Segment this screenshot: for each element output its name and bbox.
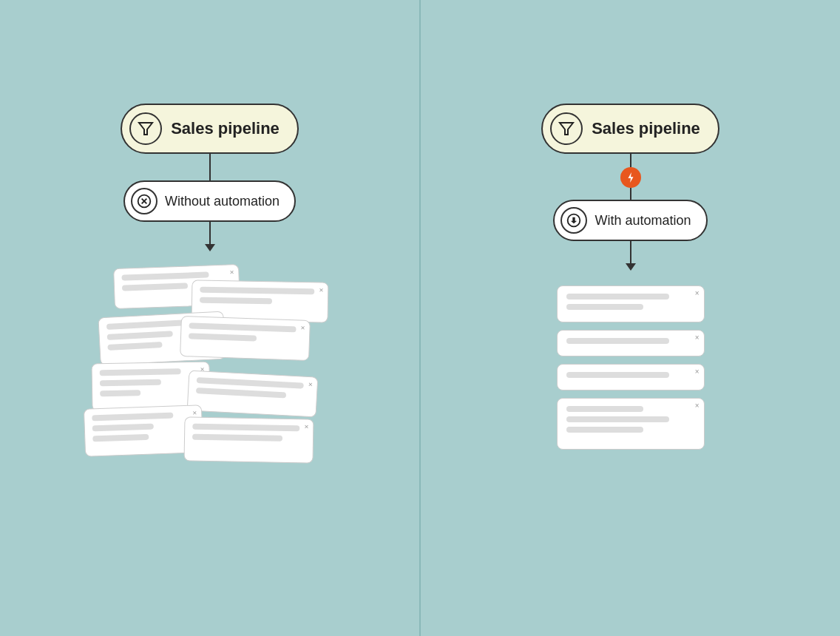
left-line-top xyxy=(209,154,211,180)
table-row: × xyxy=(186,370,318,417)
right-pipeline-icon xyxy=(550,112,583,145)
left-filter-pill: Without automation xyxy=(123,180,296,222)
right-filter-pill: With automation xyxy=(553,200,707,241)
svg-marker-0 xyxy=(139,123,152,135)
right-line-bottom xyxy=(630,241,631,263)
left-line-bottom xyxy=(209,222,211,244)
list-item: × xyxy=(557,364,705,390)
left-panel: Sales pipeline Without automation × xyxy=(0,0,421,636)
right-pipeline-pill: Sales pipeline xyxy=(541,104,719,154)
right-connector-bottom xyxy=(626,241,636,271)
right-pipeline-label: Sales pipeline xyxy=(592,119,700,138)
table-row: × xyxy=(183,416,314,463)
left-filter-icon xyxy=(131,188,158,214)
svg-marker-7 xyxy=(571,217,577,223)
right-cards-area: × × × × xyxy=(557,285,705,450)
table-row: × xyxy=(180,316,311,361)
right-line-mid xyxy=(630,188,631,200)
left-pipeline-pill: Sales pipeline xyxy=(121,104,299,154)
left-connector-top xyxy=(209,154,211,180)
right-filter-label: With automation xyxy=(595,213,691,229)
left-arrow xyxy=(205,244,215,251)
left-filter-label: Without automation xyxy=(165,194,280,209)
right-arrow xyxy=(626,263,636,271)
left-pipeline-icon xyxy=(129,112,162,145)
list-item: × xyxy=(557,285,705,322)
list-item: × xyxy=(557,330,705,356)
svg-marker-4 xyxy=(560,123,573,135)
right-filter-icon xyxy=(560,207,587,234)
left-pipeline-label: Sales pipeline xyxy=(171,119,280,138)
right-line-top xyxy=(630,154,631,167)
lightning-icon xyxy=(620,167,641,188)
list-item: × xyxy=(557,398,705,450)
left-cards-area: × × × × × × xyxy=(84,266,336,473)
right-connector-top xyxy=(620,154,641,200)
svg-marker-5 xyxy=(628,172,633,183)
right-panel: Sales pipeline With automation × xyxy=(421,0,840,636)
left-connector-bottom xyxy=(205,222,215,251)
